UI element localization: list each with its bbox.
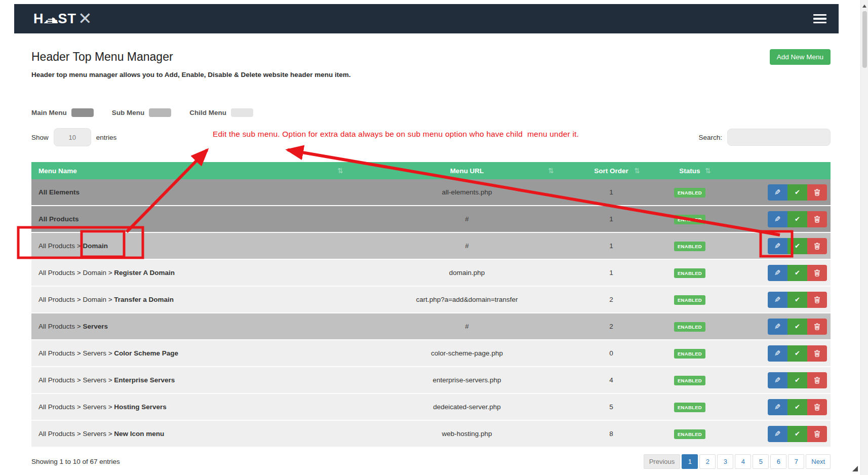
page-subtitle: Header top menu manager allows you to Ad…: [31, 71, 831, 80]
column-label: Status: [679, 167, 700, 175]
edit-button[interactable]: ✎: [768, 345, 787, 362]
sort-order-cell: 2: [568, 286, 654, 313]
pencil-icon: ✎: [774, 376, 781, 385]
column-header-menu-url[interactable]: Menu URL⇅: [366, 162, 568, 179]
delete-button[interactable]: [807, 426, 827, 442]
column-header-sort-order[interactable]: Sort Order⇅: [568, 162, 654, 179]
enable-button[interactable]: ✔: [787, 426, 807, 442]
pagination-next[interactable]: Next: [806, 454, 831, 469]
pagination-previous[interactable]: Previous: [644, 454, 681, 469]
legend-item-child-menu: Child Menu: [189, 108, 253, 117]
delete-button[interactable]: [807, 238, 827, 254]
column-header-status[interactable]: Status⇅: [654, 162, 725, 179]
search-input[interactable]: [727, 129, 831, 146]
pencil-icon: ✎: [774, 295, 781, 304]
pagination-2[interactable]: 2: [699, 454, 716, 469]
sort-order-cell: 1: [568, 206, 654, 232]
vertical-scrollbar[interactable]: [860, 0, 868, 475]
brand-logo[interactable]: H ☁ ST ✕: [33, 9, 93, 29]
check-icon: ✔: [795, 323, 800, 330]
status-cell: ENABLED: [654, 313, 725, 340]
delete-button[interactable]: [807, 399, 827, 415]
hamburger-menu-icon[interactable]: [813, 14, 826, 24]
entries-select[interactable]: 10: [54, 128, 91, 146]
edit-button[interactable]: ✎: [768, 184, 787, 201]
menu-path-prefix: All Products > Servers >: [38, 430, 114, 438]
sort-icon[interactable]: ⇅: [337, 167, 343, 175]
scroll-up-arrow-icon[interactable]: [862, 5, 866, 8]
edit-button[interactable]: ✎: [768, 399, 787, 415]
table-row: All Products > Domain > Register A Domai…: [31, 259, 831, 286]
delete-button[interactable]: [807, 292, 827, 308]
enable-button[interactable]: ✔: [787, 319, 807, 335]
delete-button[interactable]: [807, 184, 827, 201]
table-row: All Products > Servers > Hosting Servers…: [31, 393, 831, 420]
column-header-menu-name[interactable]: Menu Name⇅: [31, 162, 366, 179]
pagination-3[interactable]: 3: [717, 454, 733, 469]
menu-name: Enterprise Servers: [114, 376, 175, 384]
menu-url-cell: #: [366, 206, 568, 232]
table-row: All Products > Domain > Transfer a Domai…: [31, 286, 831, 313]
sort-icon[interactable]: ⇅: [705, 167, 711, 175]
edit-button[interactable]: ✎: [768, 319, 787, 335]
edit-button[interactable]: ✎: [768, 265, 787, 281]
edit-button[interactable]: ✎: [768, 372, 787, 388]
edit-button[interactable]: ✎: [768, 238, 787, 254]
pencil-icon: ✎: [774, 242, 781, 251]
menu-path-prefix: All Products >: [38, 242, 83, 250]
add-new-menu-button[interactable]: Add New Menu: [770, 49, 831, 65]
action-button-group: ✎✔: [768, 345, 827, 362]
menu-url-cell: color-scheme-page.php: [366, 340, 568, 367]
status-cell: ENABLED: [654, 393, 725, 420]
edit-button[interactable]: ✎: [768, 426, 787, 442]
pagination-5[interactable]: 5: [753, 454, 769, 469]
delete-button[interactable]: [807, 211, 827, 227]
edit-button[interactable]: ✎: [768, 292, 787, 308]
pagination-4[interactable]: 4: [735, 454, 751, 469]
check-icon: ✔: [795, 349, 800, 357]
pagination-6[interactable]: 6: [770, 454, 786, 469]
menu-name: Register A Domain: [114, 269, 175, 276]
enable-button[interactable]: ✔: [787, 372, 807, 388]
enable-button[interactable]: ✔: [787, 211, 807, 227]
delete-button[interactable]: [807, 345, 827, 362]
status-badge: ENABLED: [674, 429, 705, 439]
pagination-7[interactable]: 7: [788, 454, 804, 469]
menu-name: Color Scheme Page: [114, 349, 178, 357]
check-icon: ✔: [795, 269, 800, 276]
legend-label: Main Menu: [31, 109, 67, 116]
enable-button[interactable]: ✔: [787, 399, 807, 415]
table-row: All Products > Servers#2ENABLED✎✔: [31, 313, 831, 340]
sort-icon[interactable]: ⇅: [634, 167, 640, 175]
check-icon: ✔: [795, 403, 800, 411]
enable-button[interactable]: ✔: [787, 345, 807, 362]
enable-button[interactable]: ✔: [787, 265, 807, 281]
menu-name: All Products: [38, 215, 79, 223]
showing-entries-text: Showing 1 to 10 of 67 entries: [31, 458, 120, 465]
scrollbar-thumb[interactable]: [862, 11, 867, 68]
page-canvas: H ☁ ST ✕ Header Top Menu Manager Add New…: [0, 0, 868, 475]
delete-button[interactable]: [807, 372, 827, 388]
page-title: Header Top Menu Manager: [31, 50, 173, 64]
sort-icon[interactable]: ⇅: [548, 167, 554, 175]
menu-url-cell: dedeicated-server.php: [366, 393, 568, 420]
menu-url-cell: all-elements.php: [366, 179, 568, 206]
enable-button[interactable]: ✔: [787, 184, 807, 201]
trash-icon: [814, 349, 820, 357]
delete-button[interactable]: [807, 319, 827, 335]
table-header-row: Menu Name⇅Menu URL⇅Sort Order⇅Status⇅: [31, 162, 831, 179]
menu-table: Menu Name⇅Menu URL⇅Sort Order⇅Status⇅ Al…: [31, 162, 831, 448]
pagination-1[interactable]: 1: [682, 454, 698, 469]
table-row: All Products#1ENABLED✎✔: [31, 206, 831, 232]
menu-name: New Icon menu: [114, 430, 164, 438]
enable-button[interactable]: ✔: [787, 292, 807, 308]
edit-button[interactable]: ✎: [768, 211, 787, 227]
pencil-icon: ✎: [774, 429, 781, 439]
delete-button[interactable]: [807, 265, 827, 281]
annotation-text: Edit the sub menu. Option for extra data…: [213, 130, 579, 139]
enable-button[interactable]: ✔: [787, 238, 807, 254]
menu-name-cell: All Products > Domain > Transfer a Domai…: [31, 286, 366, 313]
action-button-group: ✎✔: [768, 426, 827, 442]
cloud-icon: ☁: [43, 9, 59, 27]
menu-name-cell: All Products > Domain > Register A Domai…: [31, 259, 366, 286]
